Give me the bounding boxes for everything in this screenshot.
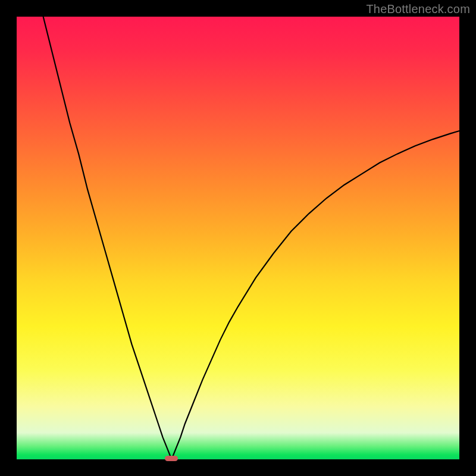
curve-left-branch <box>43 17 172 459</box>
watermark-text: TheBottleneck.com <box>366 2 470 16</box>
minimum-marker <box>165 456 178 461</box>
bottleneck-curve <box>17 17 459 459</box>
curve-right-branch <box>171 131 459 459</box>
plot-area <box>17 17 459 459</box>
chart-frame: TheBottleneck.com <box>0 0 476 476</box>
